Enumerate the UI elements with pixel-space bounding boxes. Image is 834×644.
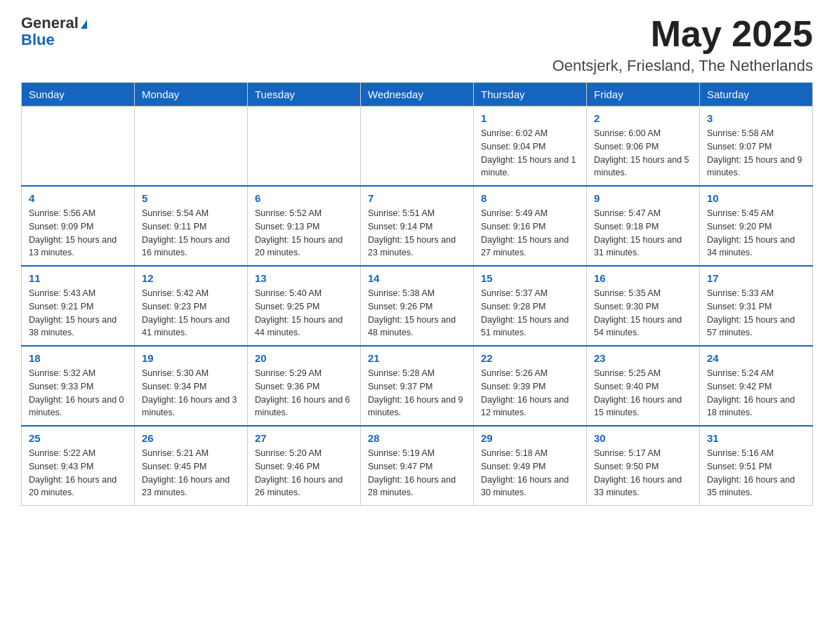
- day-number: 2: [594, 112, 692, 124]
- day-info: Sunrise: 5:26 AMSunset: 9:39 PMDaylight:…: [481, 367, 579, 420]
- calendar-cell: 3Sunrise: 5:58 AMSunset: 9:07 PMDaylight…: [700, 107, 813, 187]
- day-number: 1: [481, 112, 579, 124]
- day-info: Sunrise: 5:17 AMSunset: 9:50 PMDaylight:…: [594, 447, 692, 499]
- calendar-cell: 8Sunrise: 5:49 AMSunset: 9:16 PMDaylight…: [474, 186, 587, 266]
- logo-blue-text: Blue: [21, 32, 55, 48]
- calendar-cell: 28Sunrise: 5:19 AMSunset: 9:47 PMDayligh…: [361, 426, 474, 506]
- day-number: 24: [707, 352, 805, 364]
- day-info: Sunrise: 5:38 AMSunset: 9:26 PMDaylight:…: [368, 287, 466, 340]
- calendar-cell: [22, 107, 135, 187]
- day-number: 8: [481, 192, 579, 204]
- weekday-header-friday: Friday: [587, 83, 700, 107]
- day-number: 26: [142, 432, 240, 444]
- calendar-cell: 31Sunrise: 5:16 AMSunset: 9:51 PMDayligh…: [700, 426, 813, 506]
- day-number: 22: [481, 352, 579, 364]
- calendar-cell: 10Sunrise: 5:45 AMSunset: 9:20 PMDayligh…: [700, 186, 813, 266]
- calendar-cell: 20Sunrise: 5:29 AMSunset: 9:36 PMDayligh…: [248, 346, 361, 426]
- day-info: Sunrise: 5:16 AMSunset: 9:51 PMDaylight:…: [707, 447, 805, 499]
- day-info: Sunrise: 5:28 AMSunset: 9:37 PMDaylight:…: [368, 367, 466, 420]
- calendar-cell: 17Sunrise: 5:33 AMSunset: 9:31 PMDayligh…: [700, 266, 813, 346]
- calendar-cell: 14Sunrise: 5:38 AMSunset: 9:26 PMDayligh…: [361, 266, 474, 346]
- calendar-cell: 16Sunrise: 5:35 AMSunset: 9:30 PMDayligh…: [587, 266, 700, 346]
- day-number: 7: [368, 192, 466, 204]
- calendar-cell: 13Sunrise: 5:40 AMSunset: 9:25 PMDayligh…: [248, 266, 361, 346]
- weekday-header-saturday: Saturday: [700, 83, 813, 107]
- day-info: Sunrise: 5:25 AMSunset: 9:40 PMDaylight:…: [594, 367, 692, 420]
- day-number: 17: [707, 272, 805, 284]
- month-title: May 2025: [552, 14, 813, 54]
- day-info: Sunrise: 5:24 AMSunset: 9:42 PMDaylight:…: [707, 367, 805, 420]
- calendar-week-row: 1Sunrise: 6:02 AMSunset: 9:04 PMDaylight…: [22, 107, 813, 187]
- day-info: Sunrise: 5:29 AMSunset: 9:36 PMDaylight:…: [255, 367, 353, 420]
- weekday-header-tuesday: Tuesday: [248, 83, 361, 107]
- day-info: Sunrise: 5:40 AMSunset: 9:25 PMDaylight:…: [255, 287, 353, 340]
- logo: General Blue: [21, 14, 87, 48]
- calendar-week-row: 18Sunrise: 5:32 AMSunset: 9:33 PMDayligh…: [22, 346, 813, 426]
- day-info: Sunrise: 5:19 AMSunset: 9:47 PMDaylight:…: [368, 447, 466, 499]
- calendar-cell: [248, 107, 361, 187]
- weekday-header-sunday: Sunday: [22, 83, 135, 107]
- day-number: 13: [255, 272, 353, 284]
- day-info: Sunrise: 5:32 AMSunset: 9:33 PMDaylight:…: [29, 367, 127, 420]
- day-info: Sunrise: 5:47 AMSunset: 9:18 PMDaylight:…: [594, 207, 692, 260]
- calendar-cell: 1Sunrise: 6:02 AMSunset: 9:04 PMDaylight…: [474, 107, 587, 187]
- calendar-cell: 18Sunrise: 5:32 AMSunset: 9:33 PMDayligh…: [22, 346, 135, 426]
- day-info: Sunrise: 5:37 AMSunset: 9:28 PMDaylight:…: [481, 287, 579, 340]
- day-number: 25: [29, 432, 127, 444]
- calendar-week-row: 4Sunrise: 5:56 AMSunset: 9:09 PMDaylight…: [22, 186, 813, 266]
- calendar-cell: 7Sunrise: 5:51 AMSunset: 9:14 PMDaylight…: [361, 186, 474, 266]
- weekday-header-thursday: Thursday: [474, 83, 587, 107]
- day-info: Sunrise: 5:30 AMSunset: 9:34 PMDaylight:…: [142, 367, 240, 420]
- day-info: Sunrise: 5:42 AMSunset: 9:23 PMDaylight:…: [142, 287, 240, 340]
- day-info: Sunrise: 5:22 AMSunset: 9:43 PMDaylight:…: [29, 447, 127, 499]
- day-info: Sunrise: 5:45 AMSunset: 9:20 PMDaylight:…: [707, 207, 805, 260]
- day-number: 27: [255, 432, 353, 444]
- calendar-cell: 5Sunrise: 5:54 AMSunset: 9:11 PMDaylight…: [135, 186, 248, 266]
- calendar-cell: 2Sunrise: 6:00 AMSunset: 9:06 PMDaylight…: [587, 107, 700, 187]
- day-number: 21: [368, 352, 466, 364]
- calendar-cell: 12Sunrise: 5:42 AMSunset: 9:23 PMDayligh…: [135, 266, 248, 346]
- calendar-header-row: SundayMondayTuesdayWednesdayThursdayFrid…: [22, 83, 813, 107]
- page-header: General Blue May 2025 Oentsjerk, Friesla…: [21, 14, 813, 75]
- day-number: 29: [481, 432, 579, 444]
- calendar-cell: 4Sunrise: 5:56 AMSunset: 9:09 PMDaylight…: [22, 186, 135, 266]
- day-number: 11: [29, 272, 127, 284]
- calendar-cell: 27Sunrise: 5:20 AMSunset: 9:46 PMDayligh…: [248, 426, 361, 506]
- location-title: Oentsjerk, Friesland, The Netherlands: [552, 57, 813, 75]
- day-number: 30: [594, 432, 692, 444]
- calendar-table: SundayMondayTuesdayWednesdayThursdayFrid…: [21, 82, 813, 506]
- day-number: 31: [707, 432, 805, 444]
- day-info: Sunrise: 5:54 AMSunset: 9:11 PMDaylight:…: [142, 207, 240, 260]
- day-info: Sunrise: 5:56 AMSunset: 9:09 PMDaylight:…: [29, 207, 127, 260]
- calendar-cell: 24Sunrise: 5:24 AMSunset: 9:42 PMDayligh…: [700, 346, 813, 426]
- day-info: Sunrise: 5:21 AMSunset: 9:45 PMDaylight:…: [142, 447, 240, 499]
- day-number: 20: [255, 352, 353, 364]
- calendar-week-row: 11Sunrise: 5:43 AMSunset: 9:21 PMDayligh…: [22, 266, 813, 346]
- day-number: 6: [255, 192, 353, 204]
- day-info: Sunrise: 5:33 AMSunset: 9:31 PMDaylight:…: [707, 287, 805, 340]
- day-number: 12: [142, 272, 240, 284]
- day-info: Sunrise: 6:02 AMSunset: 9:04 PMDaylight:…: [481, 127, 579, 180]
- title-section: May 2025 Oentsjerk, Friesland, The Nethe…: [552, 14, 813, 75]
- day-info: Sunrise: 5:20 AMSunset: 9:46 PMDaylight:…: [255, 447, 353, 499]
- day-number: 10: [707, 192, 805, 204]
- day-number: 4: [29, 192, 127, 204]
- calendar-cell: 19Sunrise: 5:30 AMSunset: 9:34 PMDayligh…: [135, 346, 248, 426]
- day-info: Sunrise: 5:18 AMSunset: 9:49 PMDaylight:…: [481, 447, 579, 499]
- day-info: Sunrise: 5:49 AMSunset: 9:16 PMDaylight:…: [481, 207, 579, 260]
- logo-general-text: General: [21, 14, 79, 32]
- day-number: 28: [368, 432, 466, 444]
- day-info: Sunrise: 5:58 AMSunset: 9:07 PMDaylight:…: [707, 127, 805, 180]
- day-number: 16: [594, 272, 692, 284]
- day-number: 18: [29, 352, 127, 364]
- calendar-cell: 30Sunrise: 5:17 AMSunset: 9:50 PMDayligh…: [587, 426, 700, 506]
- weekday-header-monday: Monday: [135, 83, 248, 107]
- calendar-cell: 6Sunrise: 5:52 AMSunset: 9:13 PMDaylight…: [248, 186, 361, 266]
- calendar-cell: 23Sunrise: 5:25 AMSunset: 9:40 PMDayligh…: [587, 346, 700, 426]
- calendar-cell: 11Sunrise: 5:43 AMSunset: 9:21 PMDayligh…: [22, 266, 135, 346]
- calendar-cell: 15Sunrise: 5:37 AMSunset: 9:28 PMDayligh…: [474, 266, 587, 346]
- day-info: Sunrise: 5:52 AMSunset: 9:13 PMDaylight:…: [255, 207, 353, 260]
- day-info: Sunrise: 5:43 AMSunset: 9:21 PMDaylight:…: [29, 287, 127, 340]
- calendar-cell: 21Sunrise: 5:28 AMSunset: 9:37 PMDayligh…: [361, 346, 474, 426]
- calendar-cell: 29Sunrise: 5:18 AMSunset: 9:49 PMDayligh…: [474, 426, 587, 506]
